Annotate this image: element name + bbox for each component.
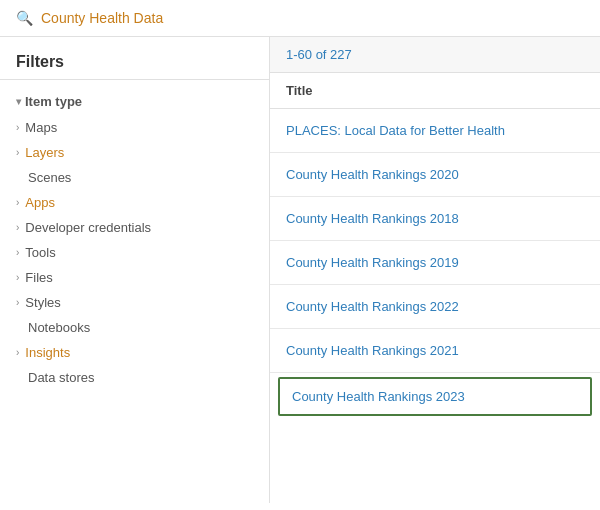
result-item[interactable]: PLACES: Local Data for Better Health <box>270 109 600 153</box>
chevron-right-icon: › <box>16 247 19 258</box>
sidebar-item-data-stores[interactable]: Data stores <box>0 365 269 390</box>
sidebar-item-scenes[interactable]: Scenes <box>0 165 269 190</box>
sidebar-item-label: Scenes <box>28 170 71 185</box>
sidebar-item-styles[interactable]: › Styles <box>0 290 269 315</box>
results-count: 1-60 of 227 <box>270 37 600 73</box>
sidebar-item-label: Developer credentials <box>25 220 151 235</box>
result-item[interactable]: County Health Rankings 2020 <box>270 153 600 197</box>
chevron-right-icon: › <box>16 272 19 283</box>
sidebar-item-developer-credentials[interactable]: › Developer credentials <box>0 215 269 240</box>
sidebar-item-layers[interactable]: › Layers <box>0 140 269 165</box>
result-item[interactable]: County Health Rankings 2021 <box>270 329 600 373</box>
sidebar-item-notebooks[interactable]: Notebooks <box>0 315 269 340</box>
sidebar: Filters ▾ Item type › Maps › Layers Scen… <box>0 37 270 503</box>
sidebar-item-label: Apps <box>25 195 55 210</box>
search-value: County Health Data <box>41 10 163 26</box>
results-column-title: Title <box>270 73 600 109</box>
search-bar[interactable]: 🔍 County Health Data <box>0 0 600 37</box>
sidebar-item-label: Notebooks <box>28 320 90 335</box>
sidebar-item-maps[interactable]: › Maps <box>0 115 269 140</box>
main-layout: Filters ▾ Item type › Maps › Layers Scen… <box>0 37 600 503</box>
search-icon: 🔍 <box>16 10 33 26</box>
sidebar-item-label: Insights <box>25 345 70 360</box>
chevron-right-icon: › <box>16 122 19 133</box>
filters-title: Filters <box>0 53 269 80</box>
result-item[interactable]: County Health Rankings 2019 <box>270 241 600 285</box>
item-type-label: Item type <box>25 94 82 109</box>
sidebar-item-tools[interactable]: › Tools <box>0 240 269 265</box>
chevron-right-icon: › <box>16 222 19 233</box>
chevron-right-icon: › <box>16 347 19 358</box>
chevron-right-icon: › <box>16 197 19 208</box>
sidebar-item-label: Files <box>25 270 52 285</box>
chevron-right-icon: › <box>16 297 19 308</box>
sidebar-item-label: Maps <box>25 120 57 135</box>
results-panel: 1-60 of 227 Title PLACES: Local Data for… <box>270 37 600 503</box>
item-type-group[interactable]: ▾ Item type <box>0 84 269 115</box>
sidebar-item-label: Tools <box>25 245 55 260</box>
result-item[interactable]: County Health Rankings 2022 <box>270 285 600 329</box>
sidebar-item-label: Data stores <box>28 370 94 385</box>
chevron-right-icon: › <box>16 147 19 158</box>
sidebar-item-label: Layers <box>25 145 64 160</box>
sidebar-item-files[interactable]: › Files <box>0 265 269 290</box>
sidebar-item-insights[interactable]: › Insights <box>0 340 269 365</box>
sidebar-item-apps[interactable]: › Apps <box>0 190 269 215</box>
result-item[interactable]: County Health Rankings 2018 <box>270 197 600 241</box>
sidebar-item-label: Styles <box>25 295 60 310</box>
result-item-highlighted[interactable]: County Health Rankings 2023 <box>278 377 592 416</box>
chevron-down-icon: ▾ <box>16 96 21 107</box>
